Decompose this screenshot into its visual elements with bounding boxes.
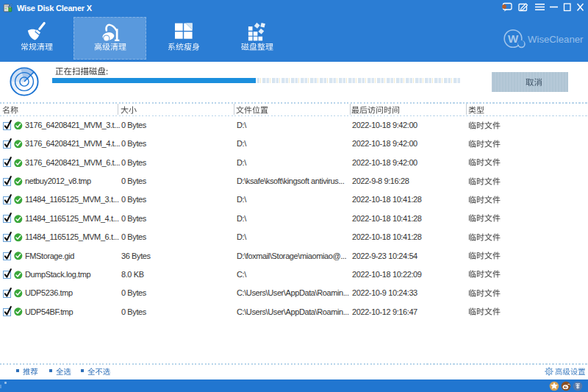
- svg-text:W: W: [508, 32, 519, 45]
- svg-text:WiseCleaner: WiseCleaner: [528, 34, 584, 45]
